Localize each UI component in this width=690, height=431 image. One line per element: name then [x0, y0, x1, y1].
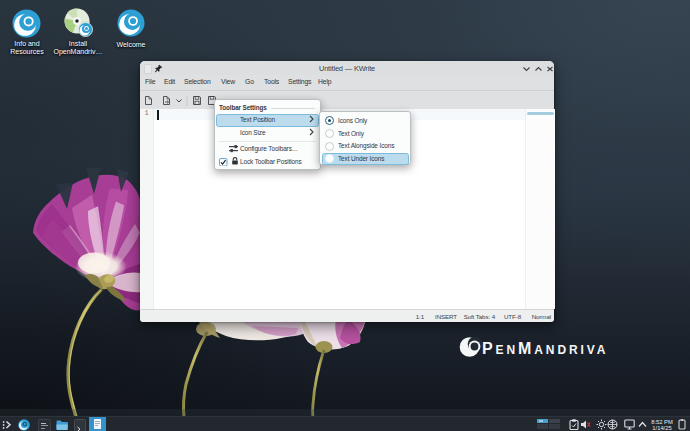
svg-text:PENMANDRIVA: PENMANDRIVA — [482, 340, 608, 357]
